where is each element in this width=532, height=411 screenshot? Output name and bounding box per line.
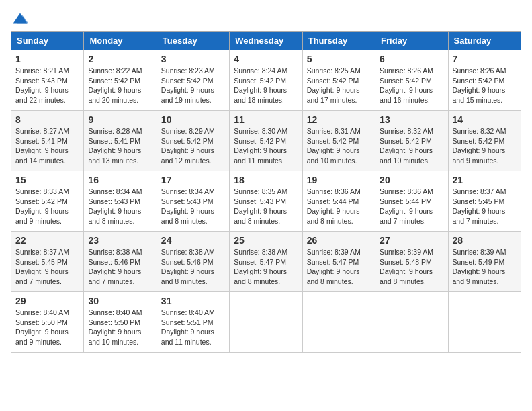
calendar-cell: 5Sunrise: 8:25 AMSunset: 5:42 PMDaylight… — [302, 50, 375, 111]
day-info: Sunrise: 8:27 AMSunset: 5:41 PMDaylight:… — [15, 126, 79, 166]
calendar-day-header: Sunday — [11, 32, 84, 50]
day-info: Sunrise: 8:32 AMSunset: 5:42 PMDaylight:… — [380, 126, 443, 166]
calendar-cell: 10Sunrise: 8:29 AMSunset: 5:42 PMDayligh… — [157, 111, 229, 171]
calendar-day-header: Thursday — [302, 32, 375, 50]
day-number: 7 — [453, 54, 517, 64]
calendar-cell: 26Sunrise: 8:39 AMSunset: 5:47 PMDayligh… — [302, 232, 375, 292]
calendar-cell — [302, 292, 375, 353]
calendar-cell: 25Sunrise: 8:38 AMSunset: 5:47 PMDayligh… — [230, 232, 302, 292]
calendar-cell — [375, 292, 448, 353]
day-number: 1 — [15, 54, 79, 64]
logo — [11, 11, 32, 26]
calendar-cell: 21Sunrise: 8:37 AMSunset: 5:45 PMDayligh… — [448, 171, 521, 232]
calendar-cell: 31Sunrise: 8:40 AMSunset: 5:51 PMDayligh… — [157, 292, 229, 353]
day-info: Sunrise: 8:26 AMSunset: 5:42 PMDaylight:… — [453, 66, 517, 105]
day-number: 11 — [234, 114, 298, 125]
day-number: 14 — [453, 114, 517, 125]
day-number: 16 — [88, 175, 152, 185]
day-info: Sunrise: 8:38 AMSunset: 5:46 PMDaylight:… — [161, 247, 225, 287]
day-info: Sunrise: 8:38 AMSunset: 5:46 PMDaylight:… — [88, 247, 152, 287]
day-number: 15 — [15, 175, 79, 185]
calendar-week-row: 15Sunrise: 8:33 AMSunset: 5:42 PMDayligh… — [11, 171, 521, 232]
day-info: Sunrise: 8:30 AMSunset: 5:42 PMDaylight:… — [234, 126, 298, 166]
calendar-cell: 30Sunrise: 8:40 AMSunset: 5:50 PMDayligh… — [84, 292, 157, 353]
calendar-week-row: 8Sunrise: 8:27 AMSunset: 5:41 PMDaylight… — [11, 111, 521, 171]
day-info: Sunrise: 8:35 AMSunset: 5:43 PMDaylight:… — [234, 187, 298, 226]
day-info: Sunrise: 8:26 AMSunset: 5:42 PMDaylight:… — [380, 66, 443, 105]
day-number: 21 — [453, 175, 517, 185]
day-info: Sunrise: 8:36 AMSunset: 5:44 PMDaylight:… — [380, 187, 443, 226]
day-info: Sunrise: 8:40 AMSunset: 5:50 PMDaylight:… — [15, 308, 79, 347]
calendar-cell: 15Sunrise: 8:33 AMSunset: 5:42 PMDayligh… — [11, 171, 84, 232]
day-info: Sunrise: 8:34 AMSunset: 5:43 PMDaylight:… — [161, 187, 225, 226]
day-number: 12 — [307, 114, 371, 125]
calendar-cell: 17Sunrise: 8:34 AMSunset: 5:43 PMDayligh… — [157, 171, 229, 232]
calendar-cell: 24Sunrise: 8:38 AMSunset: 5:46 PMDayligh… — [157, 232, 229, 292]
calendar-cell: 4Sunrise: 8:24 AMSunset: 5:42 PMDaylight… — [230, 50, 302, 111]
day-number: 25 — [234, 235, 298, 246]
day-info: Sunrise: 8:22 AMSunset: 5:42 PMDaylight:… — [88, 66, 152, 105]
calendar-week-row: 22Sunrise: 8:37 AMSunset: 5:45 PMDayligh… — [11, 232, 521, 292]
calendar-day-header: Monday — [84, 32, 157, 50]
day-info: Sunrise: 8:34 AMSunset: 5:43 PMDaylight:… — [88, 187, 152, 226]
day-info: Sunrise: 8:21 AMSunset: 5:43 PMDaylight:… — [15, 66, 79, 105]
day-number: 30 — [88, 295, 152, 306]
calendar-cell: 6Sunrise: 8:26 AMSunset: 5:42 PMDaylight… — [375, 50, 448, 111]
day-info: Sunrise: 8:37 AMSunset: 5:45 PMDaylight:… — [453, 187, 517, 226]
day-info: Sunrise: 8:33 AMSunset: 5:42 PMDaylight:… — [15, 187, 79, 226]
day-info: Sunrise: 8:40 AMSunset: 5:51 PMDaylight:… — [161, 308, 225, 347]
day-info: Sunrise: 8:29 AMSunset: 5:42 PMDaylight:… — [161, 126, 225, 166]
calendar-cell: 23Sunrise: 8:38 AMSunset: 5:46 PMDayligh… — [84, 232, 157, 292]
calendar-day-header: Tuesday — [157, 32, 229, 50]
day-info: Sunrise: 8:39 AMSunset: 5:47 PMDaylight:… — [307, 247, 371, 287]
calendar-cell: 18Sunrise: 8:35 AMSunset: 5:43 PMDayligh… — [230, 171, 302, 232]
calendar-cell: 12Sunrise: 8:31 AMSunset: 5:42 PMDayligh… — [302, 111, 375, 171]
day-number: 9 — [88, 114, 152, 125]
header — [11, 11, 521, 26]
calendar-header-row: SundayMondayTuesdayWednesdayThursdayFrid… — [11, 32, 521, 50]
calendar-day-header: Saturday — [448, 32, 521, 50]
day-number: 10 — [161, 114, 225, 125]
calendar-week-row: 1Sunrise: 8:21 AMSunset: 5:43 PMDaylight… — [11, 50, 521, 111]
logo-icon — [11, 11, 30, 26]
calendar-day-header: Wednesday — [230, 32, 302, 50]
day-number: 5 — [307, 54, 371, 64]
day-info: Sunrise: 8:39 AMSunset: 5:49 PMDaylight:… — [453, 247, 517, 287]
day-number: 8 — [15, 114, 79, 125]
calendar-cell: 9Sunrise: 8:28 AMSunset: 5:41 PMDaylight… — [84, 111, 157, 171]
day-number: 24 — [161, 235, 225, 246]
day-number: 28 — [453, 235, 517, 246]
day-info: Sunrise: 8:28 AMSunset: 5:41 PMDaylight:… — [88, 126, 152, 166]
calendar-cell: 3Sunrise: 8:23 AMSunset: 5:42 PMDaylight… — [157, 50, 229, 111]
day-number: 19 — [307, 175, 371, 185]
day-info: Sunrise: 8:25 AMSunset: 5:42 PMDaylight:… — [307, 66, 371, 105]
day-number: 13 — [380, 114, 443, 125]
calendar-cell: 11Sunrise: 8:30 AMSunset: 5:42 PMDayligh… — [230, 111, 302, 171]
day-info: Sunrise: 8:39 AMSunset: 5:48 PMDaylight:… — [380, 247, 443, 287]
calendar-day-header: Friday — [375, 32, 448, 50]
day-number: 4 — [234, 54, 298, 64]
calendar-cell — [230, 292, 302, 353]
calendar-cell: 8Sunrise: 8:27 AMSunset: 5:41 PMDaylight… — [11, 111, 84, 171]
day-info: Sunrise: 8:36 AMSunset: 5:44 PMDaylight:… — [307, 187, 371, 226]
day-number: 31 — [161, 295, 225, 306]
day-info: Sunrise: 8:32 AMSunset: 5:42 PMDaylight:… — [453, 126, 517, 166]
day-info: Sunrise: 8:23 AMSunset: 5:42 PMDaylight:… — [161, 66, 225, 105]
day-number: 23 — [88, 235, 152, 246]
calendar-cell: 20Sunrise: 8:36 AMSunset: 5:44 PMDayligh… — [375, 171, 448, 232]
day-number: 2 — [88, 54, 152, 64]
day-number: 29 — [15, 295, 79, 306]
day-number: 18 — [234, 175, 298, 185]
calendar-cell: 29Sunrise: 8:40 AMSunset: 5:50 PMDayligh… — [11, 292, 84, 353]
calendar-week-row: 29Sunrise: 8:40 AMSunset: 5:50 PMDayligh… — [11, 292, 521, 353]
calendar-cell: 19Sunrise: 8:36 AMSunset: 5:44 PMDayligh… — [302, 171, 375, 232]
day-info: Sunrise: 8:24 AMSunset: 5:42 PMDaylight:… — [234, 66, 298, 105]
day-info: Sunrise: 8:38 AMSunset: 5:47 PMDaylight:… — [234, 247, 298, 287]
calendar-cell: 14Sunrise: 8:32 AMSunset: 5:42 PMDayligh… — [448, 111, 521, 171]
day-info: Sunrise: 8:40 AMSunset: 5:50 PMDaylight:… — [88, 308, 152, 347]
day-number: 6 — [380, 54, 443, 64]
calendar-cell: 1Sunrise: 8:21 AMSunset: 5:43 PMDaylight… — [11, 50, 84, 111]
calendar-cell: 7Sunrise: 8:26 AMSunset: 5:42 PMDaylight… — [448, 50, 521, 111]
day-number: 3 — [161, 54, 225, 64]
calendar-cell: 27Sunrise: 8:39 AMSunset: 5:48 PMDayligh… — [375, 232, 448, 292]
